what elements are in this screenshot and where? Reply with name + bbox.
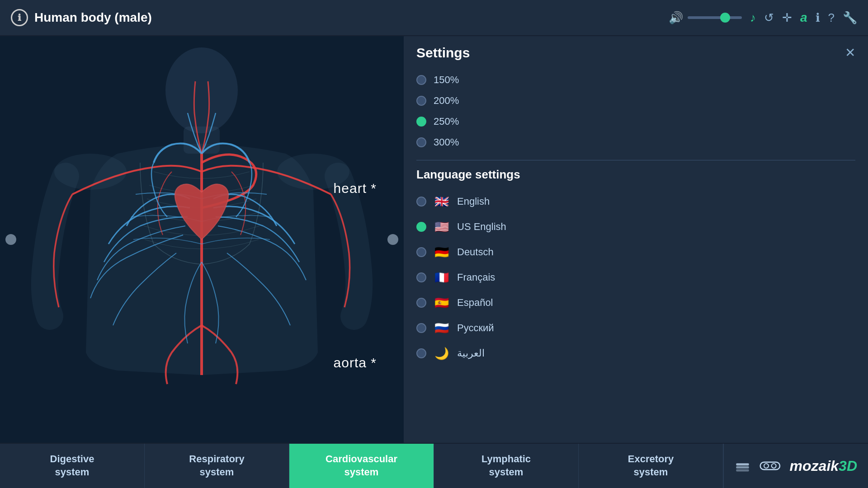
zoom-option-200[interactable]: 200%: [416, 90, 855, 111]
svg-point-9: [764, 464, 769, 468]
title-area: ℹ Human body (male): [11, 9, 669, 26]
svg-point-10: [772, 464, 776, 468]
music-icon[interactable]: ♪: [750, 11, 756, 25]
nav-tab-respiratory[interactable]: Respiratorysystem: [145, 444, 289, 488]
help-icon[interactable]: ?: [828, 11, 835, 25]
toolbar: 🔊 ♪ ↺ ✛ a ℹ ? 🔧: [669, 10, 857, 25]
settings-close-button[interactable]: ✕: [845, 47, 855, 59]
lang-option-deutsch[interactable]: 🇩🇪Deutsch: [416, 239, 855, 265]
settings-panel: Settings ✕ 150%200%250%300% Language set…: [404, 36, 868, 443]
body-viewport[interactable]: heart * aorta *: [0, 36, 404, 443]
info2-icon[interactable]: ℹ: [816, 11, 820, 25]
reset-icon[interactable]: ↺: [764, 11, 774, 25]
move-icon[interactable]: ✛: [782, 11, 792, 25]
nav-tab-cardiovascular[interactable]: Cardiovascularsystem: [289, 444, 434, 488]
lang-option-español[interactable]: 🇪🇸Español: [416, 290, 855, 315]
svg-rect-8: [760, 462, 780, 470]
svg-rect-5: [736, 463, 749, 465]
lang-name: Deutsch: [457, 246, 494, 258]
radio-dot-lang: [416, 323, 426, 333]
volume-control[interactable]: 🔊: [669, 11, 742, 25]
volume-slider[interactable]: [688, 16, 742, 19]
svg-rect-6: [736, 466, 749, 469]
body-visualization: [0, 36, 404, 443]
vr-icon: [760, 458, 781, 474]
lang-option-français[interactable]: 🇫🇷Français: [416, 265, 855, 290]
zoom-option-150[interactable]: 150%: [416, 70, 855, 90]
app-header: ℹ Human body (male) 🔊 ♪ ↺ ✛ a ℹ ? 🔧: [0, 0, 868, 36]
lang-name: Français: [457, 272, 495, 283]
settings-divider: [416, 160, 855, 160]
lang-flag: 🇷🇺: [434, 320, 450, 336]
language-options-container: 🇬🇧English🇺🇸US English🇩🇪Deutsch🇫🇷Français…: [416, 189, 855, 366]
lang-name: العربية: [457, 347, 485, 359]
aorta-label: aorta *: [334, 355, 377, 371]
zoom-option-300[interactable]: 300%: [416, 132, 855, 153]
heart-label: heart *: [334, 181, 377, 196]
nav-tab-digestive[interactable]: Digestivesystem: [0, 444, 145, 488]
settings-title: Settings: [416, 45, 470, 61]
radio-dot-zoom: [416, 96, 426, 106]
nav-tab-excretory[interactable]: Excretorysystem: [579, 444, 723, 488]
lang-name: US English: [457, 221, 506, 233]
settings-header: Settings ✕: [416, 45, 855, 61]
lang-name: Русский: [457, 322, 494, 334]
radio-dot-lang: [416, 222, 426, 232]
radio-dot-lang: [416, 348, 426, 358]
lang-option-русский[interactable]: 🇷🇺Русский: [416, 315, 855, 341]
radio-dot-zoom: [416, 75, 426, 85]
branding-area: mozaik3D: [723, 444, 868, 488]
settings-wrench-icon[interactable]: 🔧: [843, 11, 857, 25]
zoom-option-250[interactable]: 250%: [416, 111, 855, 132]
nav-dot-left[interactable]: [5, 234, 16, 245]
nav-tab-lymphatic[interactable]: Lymphaticsystem: [434, 444, 579, 488]
lang-option-العربية[interactable]: 🌙العربية: [416, 341, 855, 366]
volume-icon: 🔊: [669, 11, 683, 25]
lang-name: English: [457, 196, 490, 207]
radio-dot-lang: [416, 272, 426, 282]
svg-point-1: [165, 47, 238, 133]
lang-flag: 🇺🇸: [434, 219, 450, 235]
radio-dot-lang: [416, 247, 426, 257]
app-title: Human body (male): [34, 10, 152, 25]
layers-icon: [735, 456, 750, 475]
zoom-label: 150%: [434, 74, 459, 86]
lang-flag: 🇬🇧: [434, 193, 450, 210]
radio-dot-zoom: [416, 137, 426, 147]
language-heading: Language settings: [416, 168, 855, 182]
brand-text: mozaik3D: [790, 458, 857, 474]
svg-rect-7: [736, 469, 749, 471]
zoom-label: 200%: [434, 95, 459, 107]
nav-tabs-container: DigestivesystemRespiratorysystemCardiova…: [0, 444, 723, 488]
bottom-navigation: DigestivesystemRespiratorysystemCardiova…: [0, 443, 868, 488]
lang-option-english[interactable]: 🇬🇧English: [416, 189, 855, 214]
nav-dot-right[interactable]: [387, 234, 398, 245]
lang-flag: 🇫🇷: [434, 269, 450, 286]
lang-name: Español: [457, 297, 493, 309]
lang-flag: 🇪🇸: [434, 295, 450, 311]
zoom-options-container: 150%200%250%300%: [416, 70, 855, 153]
volume-thumb: [720, 13, 730, 23]
lang-flag: 🌙: [434, 345, 450, 361]
header-info-icon[interactable]: ℹ: [11, 9, 28, 26]
zoom-label: 300%: [434, 136, 459, 148]
lang-flag: 🇩🇪: [434, 244, 450, 260]
radio-dot-lang: [416, 197, 426, 206]
radio-dot-lang: [416, 298, 426, 308]
radio-dot-zoom: [416, 117, 426, 127]
lang-option-us-english[interactable]: 🇺🇸US English: [416, 214, 855, 239]
font-icon[interactable]: a: [800, 10, 807, 25]
zoom-label: 250%: [434, 116, 459, 127]
